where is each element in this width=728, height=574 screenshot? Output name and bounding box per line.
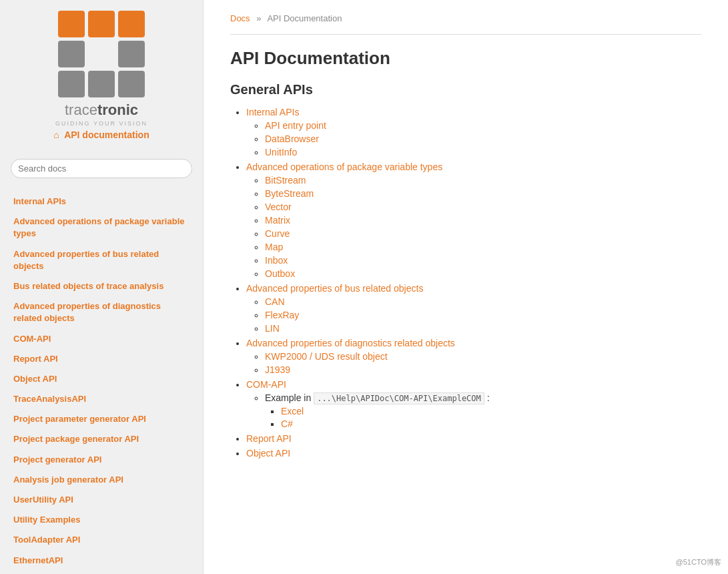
list-item-inbox: Inbox <box>265 255 701 266</box>
link-curve[interactable]: Curve <box>265 228 290 239</box>
page-title: API Documentation <box>230 48 701 69</box>
search-input[interactable] <box>11 159 192 178</box>
main-content: Docs » API Documentation API Documentati… <box>204 0 728 574</box>
sidebar: tracetronic GUIDING YOUR VISION ⌂ API do… <box>0 0 204 574</box>
link-flexray[interactable]: FlexRay <box>265 310 299 320</box>
link-object-api[interactable]: Object API <box>246 448 290 459</box>
sidebar-item-object-api[interactable]: Object API <box>0 369 203 389</box>
sidebar-title: ⌂ API documentation <box>11 129 192 140</box>
link-advanced-diag[interactable]: Advanced properties of diagnostics relat… <box>246 338 455 348</box>
link-matrix[interactable]: Matrix <box>265 215 290 226</box>
sidebar-item-project-param[interactable]: Project parameter generator API <box>0 409 203 429</box>
link-report-api[interactable]: Report API <box>246 433 292 444</box>
example-prefix: Example in <box>265 392 311 403</box>
breadcrumb-current: API Documentation <box>267 13 342 23</box>
link-api-entry[interactable]: API entry point <box>265 120 326 131</box>
link-databrowser[interactable]: DataBrowser <box>265 133 319 144</box>
sidebar-item-bus-trace[interactable]: Bus related objects of trace analysis <box>0 276 203 296</box>
breadcrumb: Docs » API Documentation <box>230 13 701 23</box>
breadcrumb-docs[interactable]: Docs <box>230 13 250 23</box>
title-divider <box>230 34 701 35</box>
logo-sq-5 <box>88 41 115 67</box>
logo-sq-2 <box>88 11 115 37</box>
list-item-advanced-diag: Advanced properties of diagnostics relat… <box>246 338 701 375</box>
link-advanced-ops[interactable]: Advanced operations of package variable … <box>246 162 442 172</box>
list-item-report-api: Report API <box>246 433 701 444</box>
list-item-bytestream: ByteStream <box>265 188 701 199</box>
logo-sq-6 <box>118 41 145 67</box>
list-item-map: Map <box>265 242 701 252</box>
logo-sq-7 <box>58 71 85 97</box>
sidebar-item-advanced-bus[interactable]: Advanced properties of bus related objec… <box>0 244 203 276</box>
advanced-bus-sublist: CAN FlexRay LIN <box>246 296 701 334</box>
general-apis-list: Internal APIs API entry point DataBrowse… <box>230 107 701 459</box>
example-suffix: : <box>487 392 490 403</box>
link-internal-apis[interactable]: Internal APIs <box>246 107 299 117</box>
sidebar-item-com-api[interactable]: COM-API <box>0 329 203 349</box>
sidebar-item-internal-apis[interactable]: Internal APIs <box>0 192 203 212</box>
section-title: General APIs <box>230 82 701 97</box>
link-lin[interactable]: LIN <box>265 323 280 334</box>
link-com-api[interactable]: COM-API <box>246 379 286 390</box>
link-kwp2000[interactable]: KWP2000 / UDS result object <box>265 351 388 362</box>
list-item-csharp: C# <box>281 418 701 429</box>
link-j1939[interactable]: J1939 <box>265 364 290 375</box>
list-item-unitinfo: UnitInfo <box>265 147 701 158</box>
list-item-flexray: FlexRay <box>265 310 701 320</box>
link-map[interactable]: Map <box>265 242 283 252</box>
sidebar-item-utility-examples[interactable]: Utility Examples <box>0 510 203 530</box>
sidebar-item-report-api[interactable]: Report API <box>0 349 203 369</box>
sidebar-item-project-gen[interactable]: Project generator API <box>0 450 203 470</box>
list-item-curve: Curve <box>265 228 701 239</box>
logo-sq-3 <box>118 11 145 37</box>
example-path: ...\Help\APIDoc\COM-API\ExampleCOM <box>314 392 484 404</box>
list-item-matrix: Matrix <box>265 215 701 226</box>
logo-grid <box>58 11 145 97</box>
sidebar-item-tool-adapter[interactable]: ToolAdapter API <box>0 530 203 550</box>
list-item-can: CAN <box>265 296 701 307</box>
list-item-kwp2000: KWP2000 / UDS result object <box>265 351 701 362</box>
link-vector[interactable]: Vector <box>265 202 292 212</box>
com-api-sublist: Example in ...\Help\APIDoc\COM-API\Examp… <box>246 392 701 429</box>
list-item-internal-apis: Internal APIs API entry point DataBrowse… <box>246 107 701 158</box>
sidebar-item-analysis-job[interactable]: Analysis job generator API <box>0 470 203 490</box>
advanced-ops-sublist: BitStream ByteStream Vector Matrix Curve… <box>246 175 701 279</box>
sidebar-item-project-pkg[interactable]: Project package generator API <box>0 429 203 449</box>
sidebar-item-advanced-diag[interactable]: Advanced properties of diagnostics relat… <box>0 296 203 328</box>
list-item-api-entry: API entry point <box>265 120 701 131</box>
list-item-lin: LIN <box>265 323 701 334</box>
link-can[interactable]: CAN <box>265 296 285 307</box>
list-item-com-api: COM-API Example in ...\Help\APIDoc\COM-A… <box>246 379 701 429</box>
list-item-example-in: Example in ...\Help\APIDoc\COM-API\Examp… <box>265 392 701 429</box>
logo-sq-8 <box>88 71 115 97</box>
sidebar-item-trace-analysis[interactable]: TraceAnalysisAPI <box>0 389 203 409</box>
link-inbox[interactable]: Inbox <box>265 255 288 266</box>
example-sub-sublist: Excel C# <box>265 406 701 429</box>
list-item-bitstream: BitStream <box>265 175 701 186</box>
brand-text: tracetronic <box>11 101 192 119</box>
search-box[interactable] <box>11 159 192 178</box>
link-unitinfo[interactable]: UnitInfo <box>265 147 297 158</box>
link-bytestream[interactable]: ByteStream <box>265 188 314 199</box>
watermark: @51CTO博客 <box>676 557 721 567</box>
list-item-outbox: Outbox <box>265 268 701 279</box>
list-item-advanced-bus: Advanced properties of bus related objec… <box>246 283 701 334</box>
link-excel[interactable]: Excel <box>281 406 304 416</box>
brand-tagline: GUIDING YOUR VISION <box>11 120 192 127</box>
link-csharp[interactable]: C# <box>281 418 293 429</box>
sidebar-item-ethernet-api[interactable]: EthernetAPI <box>0 551 203 571</box>
list-item-vector: Vector <box>265 202 701 212</box>
link-advanced-bus[interactable]: Advanced properties of bus related objec… <box>246 283 423 294</box>
list-item-j1939: J1939 <box>265 364 701 375</box>
logo-sq-9 <box>118 71 145 97</box>
link-bitstream[interactable]: BitStream <box>265 175 306 186</box>
link-outbox[interactable]: Outbox <box>265 268 295 279</box>
list-item-databrowser: DataBrowser <box>265 133 701 144</box>
list-item-advanced-ops: Advanced operations of package variable … <box>246 162 701 279</box>
internal-apis-sublist: API entry point DataBrowser UnitInfo <box>246 120 701 158</box>
sidebar-item-user-utility[interactable]: UserUtility API <box>0 490 203 510</box>
logo-area: tracetronic GUIDING YOUR VISION ⌂ API do… <box>0 0 203 151</box>
sidebar-item-advanced-ops[interactable]: Advanced operations of package variable … <box>0 212 203 244</box>
sidebar-nav: Internal APIs Advanced operations of pac… <box>0 186 203 574</box>
list-item-excel: Excel <box>281 406 701 416</box>
